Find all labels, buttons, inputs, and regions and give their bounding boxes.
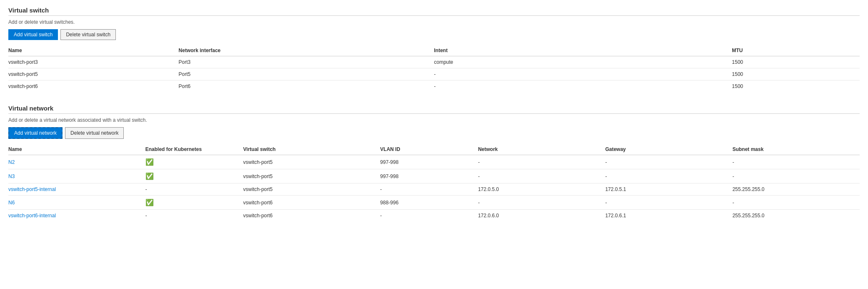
virtual-switch-title: Virtual switch — [8, 7, 860, 14]
vn-row-enabled: ✅ — [145, 169, 243, 183]
table-row: vswitch-port5 Port5 - 1500 — [8, 68, 860, 80]
vn-row-gateway: - — [605, 155, 732, 169]
vn-row-name-cell: vswitch-port6-internal — [8, 210, 145, 222]
vs-col-intent: Intent — [434, 45, 732, 56]
virtual-switch-header-row: Name Network interface Intent MTU — [8, 45, 860, 56]
kubernetes-enabled-icon: ✅ — [145, 158, 154, 166]
vn-row-enabled: - — [145, 183, 243, 196]
vn-row-network: - — [478, 196, 605, 210]
list-item: N2 ✅ vswitch-port5 997-998 - - - — [8, 155, 860, 169]
vn-col-name: Name — [8, 144, 145, 155]
vn-row-vswitch: vswitch-port6 — [243, 210, 380, 222]
vn-col-enabled: Enabled for Kubernetes — [145, 144, 243, 155]
table-row: vswitch-port3 Port3 compute 1500 — [8, 56, 860, 68]
vs-row-mtu: 1500 — [732, 56, 860, 68]
vs-col-mtu: MTU — [732, 45, 860, 56]
vn-row-name-link[interactable]: N2 — [8, 159, 15, 165]
vn-row-vswitch: vswitch-port5 — [243, 169, 380, 183]
vn-col-vswitch: Virtual switch — [243, 144, 380, 155]
virtual-switch-section: Virtual switch Add or delete virtual swi… — [8, 7, 860, 92]
vs-row-name: vswitch-port5 — [8, 68, 179, 80]
vn-row-vlan: - — [380, 210, 478, 222]
vs-row-intent: - — [434, 68, 732, 80]
vn-row-gateway: 172.0.5.1 — [605, 183, 732, 196]
vn-row-vlan: 997-998 — [380, 155, 478, 169]
virtual-switch-subtitle: Add or delete virtual switches. — [8, 19, 860, 25]
vn-row-name-cell: vswitch-port5-internal — [8, 183, 145, 196]
vn-row-enabled: ✅ — [145, 155, 243, 169]
add-virtual-switch-button[interactable]: Add virtual switch — [8, 29, 58, 40]
add-virtual-network-button[interactable]: Add virtual network — [8, 127, 63, 139]
virtual-switch-divider — [8, 15, 860, 16]
virtual-network-buttons: Add virtual network Delete virtual netwo… — [8, 127, 860, 139]
virtual-network-section: Virtual network Add or delete a virtual … — [8, 105, 860, 221]
vs-col-name: Name — [8, 45, 179, 56]
vs-row-ni: Port3 — [179, 56, 434, 68]
vn-row-vlan: 997-998 — [380, 169, 478, 183]
vn-row-network: - — [478, 155, 605, 169]
vs-row-ni: Port5 — [179, 68, 434, 80]
vn-row-name-link[interactable]: vswitch-port5-internal — [8, 186, 56, 192]
vn-row-name-cell: N3 — [8, 169, 145, 183]
vs-col-ni: Network interface — [179, 45, 434, 56]
vn-row-vlan: 988-996 — [380, 196, 478, 210]
virtual-network-divider — [8, 113, 860, 114]
vn-row-vlan: - — [380, 183, 478, 196]
vn-row-enabled: - — [145, 210, 243, 222]
vn-row-subnet: - — [733, 169, 860, 183]
vn-row-gateway: - — [605, 196, 732, 210]
vn-row-enabled: ✅ — [145, 196, 243, 210]
vn-col-subnet: Subnet mask — [733, 144, 860, 155]
vn-col-network: Network — [478, 144, 605, 155]
vn-row-name-link[interactable]: N3 — [8, 173, 15, 179]
kubernetes-enabled-icon: ✅ — [145, 173, 154, 180]
delete-virtual-network-button[interactable]: Delete virtual network — [65, 127, 124, 139]
list-item: vswitch-port5-internal - vswitch-port5 -… — [8, 183, 860, 196]
vn-row-network: - — [478, 169, 605, 183]
virtual-switch-buttons: Add virtual switch Delete virtual switch — [8, 29, 860, 40]
vn-row-gateway: - — [605, 169, 732, 183]
vn-row-vswitch: vswitch-port6 — [243, 196, 380, 210]
virtual-network-table: Name Enabled for Kubernetes Virtual swit… — [8, 144, 860, 221]
vs-row-ni: Port6 — [179, 80, 434, 93]
vs-row-name: vswitch-port6 — [8, 80, 179, 93]
vn-row-subnet: 255.255.255.0 — [733, 210, 860, 222]
vn-row-network: 172.0.6.0 — [478, 210, 605, 222]
vn-row-gateway: 172.0.6.1 — [605, 210, 732, 222]
table-row: vswitch-port6 Port6 - 1500 — [8, 80, 860, 93]
kubernetes-enabled-icon: ✅ — [145, 199, 154, 206]
vn-row-name-link[interactable]: N6 — [8, 200, 15, 206]
list-item: N3 ✅ vswitch-port5 997-998 - - - — [8, 169, 860, 183]
virtual-switch-table: Name Network interface Intent MTU vswitc… — [8, 45, 860, 92]
kubernetes-disabled-dash: - — [145, 186, 147, 192]
vn-row-subnet: 255.255.255.0 — [733, 183, 860, 196]
vn-row-subnet: - — [733, 155, 860, 169]
vn-row-name-cell: N2 — [8, 155, 145, 169]
vs-row-intent: - — [434, 80, 732, 93]
vs-row-intent: compute — [434, 56, 732, 68]
virtual-network-header-row: Name Enabled for Kubernetes Virtual swit… — [8, 144, 860, 155]
vn-row-subnet: - — [733, 196, 860, 210]
vn-row-vswitch: vswitch-port5 — [243, 155, 380, 169]
virtual-network-title: Virtual network — [8, 105, 860, 112]
kubernetes-disabled-dash: - — [145, 213, 147, 219]
virtual-network-subtitle: Add or delete a virtual network associat… — [8, 117, 860, 123]
list-item: N6 ✅ vswitch-port6 988-996 - - - — [8, 196, 860, 210]
vn-col-vlan: VLAN ID — [380, 144, 478, 155]
vs-row-mtu: 1500 — [732, 80, 860, 93]
delete-virtual-switch-button[interactable]: Delete virtual switch — [60, 29, 116, 40]
vs-row-mtu: 1500 — [732, 68, 860, 80]
vn-row-network: 172.0.5.0 — [478, 183, 605, 196]
vn-col-gateway: Gateway — [605, 144, 732, 155]
list-item: vswitch-port6-internal - vswitch-port6 -… — [8, 210, 860, 222]
vn-row-vswitch: vswitch-port5 — [243, 183, 380, 196]
vn-row-name-cell: N6 — [8, 196, 145, 210]
vs-row-name: vswitch-port3 — [8, 56, 179, 68]
vn-row-name-link[interactable]: vswitch-port6-internal — [8, 213, 56, 219]
